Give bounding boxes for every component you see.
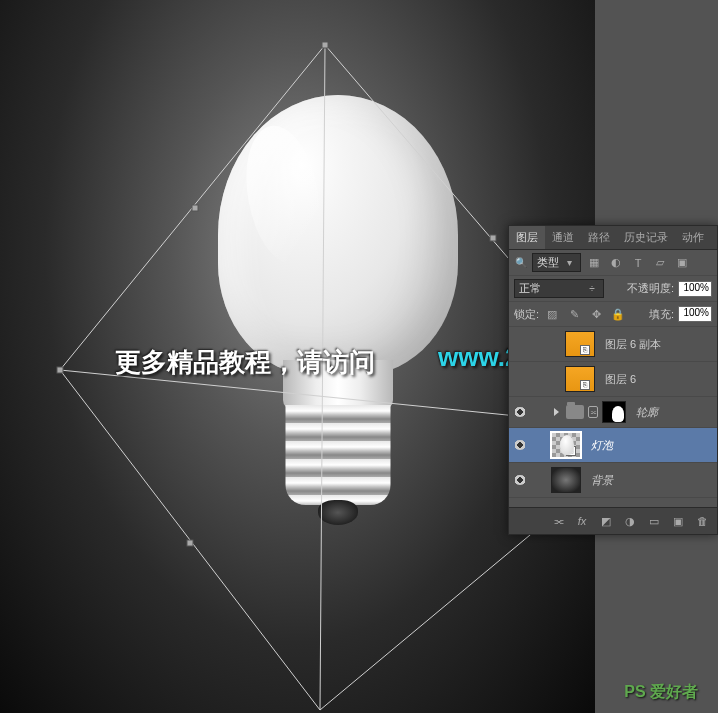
filter-shape-icon[interactable]: ▱ (651, 254, 669, 272)
layer-thumbnail[interactable] (551, 467, 581, 493)
bulb-highlight (236, 120, 329, 270)
lock-position-icon[interactable]: ✥ (587, 305, 605, 323)
corner-watermark: PS 爱好者 (624, 682, 698, 703)
tab-actions[interactable]: 动作 (675, 226, 711, 249)
mask-icon[interactable]: ◩ (597, 512, 615, 530)
layer-row-selected[interactable]: ⎘ 灯泡 (509, 428, 717, 463)
new-layer-icon[interactable]: ▣ (669, 512, 687, 530)
eye-icon (513, 407, 527, 417)
fill-label: 填充: (649, 307, 674, 322)
eye-icon (513, 475, 527, 485)
fx-icon[interactable]: fx (573, 512, 591, 530)
filter-type-icon[interactable]: T (629, 254, 647, 272)
blend-row: 正常 ÷ 不透明度: 100% (509, 276, 717, 302)
panel-footer: ⫘ fx ◩ ◑ ▭ ▣ 🗑 (509, 507, 717, 534)
layer-name[interactable]: 图层 6 (599, 372, 636, 387)
tab-channels[interactable]: 通道 (545, 226, 581, 249)
tab-paths[interactable]: 路径 (581, 226, 617, 249)
layer-row[interactable]: ⎘ 图层 6 (509, 362, 717, 397)
layer-row[interactable]: ⎘ 图层 6 副本 (509, 327, 717, 362)
visibility-toggle[interactable] (509, 440, 531, 450)
filter-row: 🔍 类型 ▾ ▦ ◐ T ▱ ▣ (509, 250, 717, 276)
chevron-down-icon: ÷ (585, 282, 599, 296)
trash-icon[interactable]: 🗑 (693, 512, 711, 530)
canvas[interactable]: 更多精品教程，请访问 www.240PS.com (0, 0, 595, 713)
transform-handle-mid[interactable] (187, 540, 193, 546)
tab-layers[interactable]: 图层 (509, 226, 545, 249)
expand-chevron-icon[interactable] (554, 408, 559, 416)
filter-adjust-icon[interactable]: ◐ (607, 254, 625, 272)
transform-handle-mid[interactable] (490, 235, 496, 241)
lock-all-icon[interactable]: 🔒 (609, 305, 627, 323)
layer-thumbnail[interactable]: ⎘ (565, 331, 595, 357)
bulb-screw-base (285, 405, 390, 505)
filter-kind-label: 类型 (537, 255, 559, 270)
lock-row: 锁定: ▨ ✎ ✥ 🔒 填充: 100% (509, 302, 717, 327)
layer-name[interactable]: 图层 6 副本 (599, 337, 661, 352)
layer-thumbnail[interactable]: ⎘ (565, 366, 595, 392)
lock-label: 锁定: (514, 307, 539, 322)
folder-icon (566, 405, 584, 419)
fill-input[interactable]: 100% (678, 306, 712, 322)
eye-icon (513, 440, 527, 450)
transform-handle-top[interactable] (322, 42, 328, 48)
lock-transparent-icon[interactable]: ▨ (543, 305, 561, 323)
filter-pixel-icon[interactable]: ▦ (585, 254, 603, 272)
layer-mask-thumbnail[interactable] (602, 401, 626, 423)
watermark-text: 更多精品教程，请访问 (115, 345, 375, 380)
layer-thumbnail[interactable]: ⎘ (551, 432, 581, 458)
tab-history[interactable]: 历史记录 (617, 226, 675, 249)
transform-handle-left[interactable] (57, 367, 63, 373)
blend-mode-value: 正常 (519, 281, 541, 296)
bulb-tip (318, 500, 358, 525)
link-layers-icon[interactable]: ⫘ (549, 512, 567, 530)
visibility-toggle[interactable] (509, 407, 531, 417)
search-icon[interactable]: 🔍 (514, 256, 528, 270)
visibility-toggle[interactable] (509, 475, 531, 485)
layer-name[interactable]: 灯泡 (585, 438, 613, 453)
opacity-input[interactable]: 100% (678, 281, 712, 297)
layers-list: ⎘ 图层 6 副本 ⎘ 图层 6 ⫘ 轮廓 (509, 327, 717, 507)
link-icon: ⫘ (588, 406, 598, 418)
blend-mode-dropdown[interactable]: 正常 ÷ (514, 279, 604, 298)
panel-tabs: 图层 通道 路径 历史记录 动作 (509, 226, 717, 250)
bulb-glass (218, 95, 458, 375)
filter-kind-dropdown[interactable]: 类型 ▾ (532, 253, 581, 272)
layer-name[interactable]: 轮廓 (630, 405, 658, 420)
layer-row[interactable]: 背景 (509, 463, 717, 498)
transform-handle-mid[interactable] (192, 205, 198, 211)
layer-row-group[interactable]: ⫘ 轮廓 (509, 397, 717, 428)
layer-name[interactable]: 背景 (585, 473, 613, 488)
bulb-image[interactable] (210, 95, 465, 525)
lock-paint-icon[interactable]: ✎ (565, 305, 583, 323)
group-icon[interactable]: ▭ (645, 512, 663, 530)
adjustment-icon[interactable]: ◑ (621, 512, 639, 530)
chevron-down-icon: ▾ (562, 256, 576, 270)
filter-smart-icon[interactable]: ▣ (673, 254, 691, 272)
opacity-label: 不透明度: (627, 281, 674, 296)
layers-panel: 图层 通道 路径 历史记录 动作 🔍 类型 ▾ ▦ ◐ T ▱ ▣ 正常 ÷ 不… (508, 225, 718, 535)
